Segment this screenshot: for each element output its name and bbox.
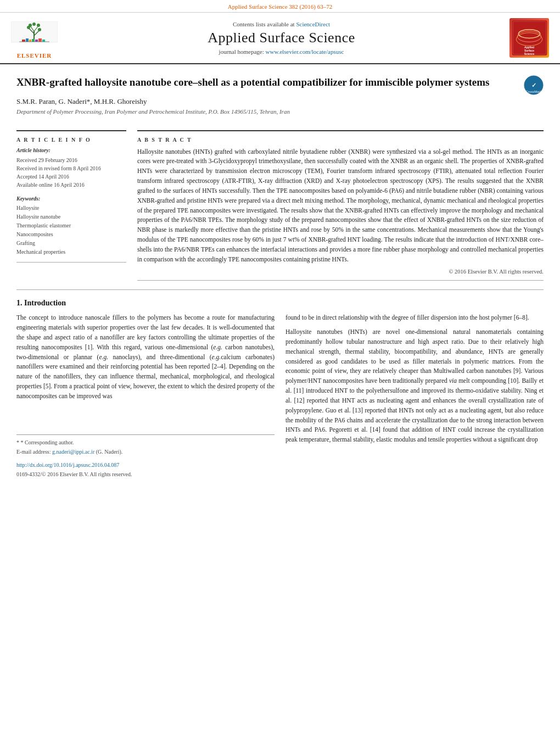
svg-rect-13 (29, 40, 31, 42)
contents-line: Contents lists available at ScienceDirec… (58, 21, 505, 27)
svg-point-10 (32, 23, 36, 26)
article-info-heading: A R T I C L E I N F O (16, 137, 126, 143)
keyword-thermoplastic: Thermoplastic elastomer (16, 221, 126, 230)
journal-logo-container: Applied Surface Science (505, 18, 549, 58)
keyword-grafting: Grafting (16, 239, 126, 248)
accepted-date: Accepted 14 April 2016 (16, 172, 126, 181)
article-title: XNBR-grafted halloysite nanotube core–sh… (16, 75, 517, 90)
svg-rect-16 (38, 38, 42, 42)
article-title-text: XNBR-grafted halloysite nanotube core–sh… (16, 75, 517, 122)
history-label: Article history: (16, 147, 126, 153)
journal-header: ELSEVIER Contents lists available at Sci… (0, 13, 560, 64)
keyword-mechanical: Mechanical properties (16, 248, 126, 256)
received-date: Received 29 February 2016 (16, 156, 126, 164)
article-content: XNBR-grafted halloysite nanotube core–sh… (0, 64, 560, 490)
section-divider (16, 289, 544, 290)
body-two-col: The concept to introduce nanoscale fille… (16, 313, 544, 478)
introduction-heading: 1. Introduction (16, 299, 544, 308)
keywords-section: Keywords: Halloysite Halloysite nanotube… (16, 196, 126, 256)
keyword-nanocomposites: Nanocomposites (16, 230, 126, 239)
article-info-abstract: A R T I C L E I N F O Article history: R… (16, 130, 544, 281)
keyword-halloysite: Halloysite (16, 204, 126, 213)
article-title-section: XNBR-grafted halloysite nanotube core–sh… (16, 75, 544, 122)
top-citation-bar: Applied Surface Science 382 (2016) 63–72 (0, 0, 560, 13)
abstract-heading: A B S T R A C T (137, 137, 544, 143)
homepage-line: journal homepage: www.elsevier.com/locat… (58, 48, 505, 55)
elsevier-logo: ELSEVIER (11, 21, 58, 54)
svg-text:✓: ✓ (531, 82, 536, 88)
corresponding-author-note: * * Corresponding author. (16, 438, 275, 447)
intro-para-1: The concept to introduce nanoscale fille… (16, 313, 275, 401)
journal-name: Applied Surface Science (58, 30, 505, 46)
homepage-link[interactable]: www.elsevier.com/locate/apsusc (266, 48, 344, 55)
footnotes-area: * * Corresponding author. E-mail address… (16, 434, 275, 456)
doi-area: http://dx.doi.org/10.1016/j.apsusc.2016.… (16, 461, 275, 479)
abstract-text: Halloysite nanotubes (HNTs) grafted with… (137, 147, 544, 265)
citation-text: Applied Surface Science 382 (2016) 63–72 (228, 3, 332, 10)
authors: S.M.R. Paran, G. Naderi*, M.H.R. Ghoreis… (16, 97, 517, 106)
page-wrapper: Applied Surface Science 382 (2016) 63–72 (0, 0, 560, 490)
article-info-col: A R T I C L E I N F O Article history: R… (16, 130, 126, 281)
body-col-left: The concept to introduce nanoscale fille… (16, 313, 275, 478)
keywords-label: Keywords: (16, 196, 126, 202)
crossmark-icon[interactable]: ✓ CrossMark (524, 75, 544, 95)
sciencedirect-link[interactable]: ScienceDirect (296, 21, 330, 27)
body-col-right: found to be in direct relationship with … (285, 313, 544, 478)
elsevier-logo-svg (11, 21, 58, 49)
svg-rect-12 (26, 38, 29, 42)
abstract-col: A B S T R A C T Halloysite nanotubes (HN… (137, 130, 544, 281)
journal-center: Contents lists available at ScienceDirec… (58, 21, 505, 55)
intro-para-right-2: Halloysite nanotubes (HNTs) are novel on… (285, 327, 544, 445)
svg-rect-14 (32, 39, 35, 42)
svg-text:CrossMark: CrossMark (525, 90, 542, 93)
article-info-section: A R T I C L E I N F O Article history: R… (16, 130, 126, 263)
svg-text:Surface: Surface (524, 49, 534, 52)
svg-rect-11 (22, 40, 25, 42)
journal-logo-image: Applied Surface Science (512, 20, 547, 55)
svg-point-7 (38, 28, 41, 31)
doi-link[interactable]: http://dx.doi.org/10.1016/j.apsusc.2016.… (16, 461, 275, 470)
copyright-line: © 2016 Elsevier B.V. All rights reserved… (137, 269, 544, 275)
affiliation: Department of Polymer Processing, Iran P… (16, 108, 517, 115)
available-date: Available online 16 April 2016 (16, 181, 126, 189)
svg-rect-15 (35, 40, 38, 42)
issn-line: 0169-4332/© 2016 Elsevier B.V. All right… (16, 470, 275, 479)
svg-rect-17 (42, 40, 45, 42)
svg-point-8 (29, 24, 32, 27)
abstract-section: A B S T R A C T Halloysite nanotubes (HN… (137, 130, 544, 281)
svg-text:Applied: Applied (524, 46, 534, 49)
keyword-halloysite-nanotube: Halloysite nanotube (16, 213, 126, 221)
elsevier-wordmark: ELSEVIER (11, 52, 58, 59)
svg-point-9 (37, 24, 40, 27)
email-link[interactable]: g.naderi@ippi.ac.ir (52, 449, 94, 455)
intro-para-right-1: found to be in direct relationship with … (285, 313, 544, 323)
received-revised-date: Received in revised form 8 April 2016 (16, 164, 126, 172)
svg-text:Science: Science (524, 53, 534, 55)
email-note: E-mail address: g.naderi@ippi.ac.ir (G. … (16, 448, 275, 456)
journal-logo-box: Applied Surface Science (509, 18, 549, 58)
